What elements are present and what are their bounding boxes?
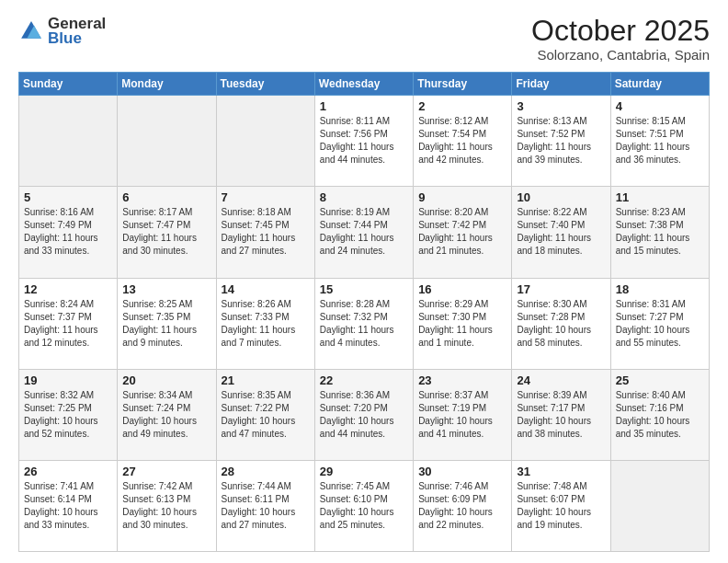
day-info: Sunrise: 7:46 AM Sunset: 6:09 PM Dayligh… (418, 480, 506, 532)
calendar-cell: 7Sunrise: 8:18 AM Sunset: 7:45 PM Daylig… (216, 187, 314, 278)
day-info: Sunrise: 8:40 AM Sunset: 7:16 PM Dayligh… (616, 389, 704, 441)
calendar-cell: 24Sunrise: 8:39 AM Sunset: 7:17 PM Dayli… (512, 369, 610, 460)
month-title: October 2025 (531, 15, 710, 47)
day-info: Sunrise: 8:37 AM Sunset: 7:19 PM Dayligh… (418, 389, 506, 441)
calendar-cell: 3Sunrise: 8:13 AM Sunset: 7:52 PM Daylig… (512, 96, 610, 187)
day-number: 19 (24, 373, 112, 387)
day-number: 6 (122, 190, 210, 204)
day-info: Sunrise: 8:18 AM Sunset: 7:45 PM Dayligh… (222, 206, 310, 258)
week-row-4: 19Sunrise: 8:32 AM Sunset: 7:25 PM Dayli… (19, 369, 710, 460)
day-info: Sunrise: 8:36 AM Sunset: 7:20 PM Dayligh… (320, 389, 408, 441)
day-number: 24 (517, 373, 605, 387)
day-info: Sunrise: 7:44 AM Sunset: 6:11 PM Dayligh… (222, 480, 310, 532)
day-info: Sunrise: 8:24 AM Sunset: 7:37 PM Dayligh… (24, 298, 112, 350)
calendar-cell: 15Sunrise: 8:28 AM Sunset: 7:32 PM Dayli… (314, 278, 413, 369)
calendar-cell: 6Sunrise: 8:17 AM Sunset: 7:47 PM Daylig… (118, 187, 216, 278)
day-info: Sunrise: 8:19 AM Sunset: 7:44 PM Dayligh… (320, 206, 408, 258)
calendar-cell: 18Sunrise: 8:31 AM Sunset: 7:27 PM Dayli… (610, 278, 709, 369)
day-info: Sunrise: 8:13 AM Sunset: 7:52 PM Dayligh… (517, 115, 605, 167)
day-number: 7 (222, 190, 310, 204)
calendar-cell: 4Sunrise: 8:15 AM Sunset: 7:51 PM Daylig… (610, 96, 709, 187)
calendar-cell: 27Sunrise: 7:42 AM Sunset: 6:13 PM Dayli… (118, 460, 216, 551)
day-number: 27 (122, 465, 210, 478)
week-row-3: 12Sunrise: 8:24 AM Sunset: 7:37 PM Dayli… (19, 278, 710, 369)
title-area: October 2025 Solorzano, Cantabria, Spain (531, 15, 710, 63)
calendar-cell: 10Sunrise: 8:22 AM Sunset: 7:40 PM Dayli… (512, 187, 610, 278)
day-number: 13 (122, 282, 210, 296)
calendar-cell: 26Sunrise: 7:41 AM Sunset: 6:14 PM Dayli… (19, 460, 118, 551)
day-info: Sunrise: 8:23 AM Sunset: 7:38 PM Dayligh… (616, 206, 704, 258)
calendar-cell: 22Sunrise: 8:36 AM Sunset: 7:20 PM Dayli… (314, 369, 413, 460)
day-header-tuesday: Tuesday (216, 73, 314, 96)
week-row-5: 26Sunrise: 7:41 AM Sunset: 6:14 PM Dayli… (19, 460, 710, 551)
day-info: Sunrise: 8:15 AM Sunset: 7:51 PM Dayligh… (616, 115, 704, 167)
calendar-cell: 31Sunrise: 7:48 AM Sunset: 6:07 PM Dayli… (512, 460, 610, 551)
day-number: 31 (517, 465, 605, 478)
day-header-friday: Friday (512, 73, 610, 96)
day-number: 22 (320, 373, 408, 387)
calendar-cell: 17Sunrise: 8:30 AM Sunset: 7:28 PM Dayli… (512, 278, 610, 369)
calendar-cell (610, 460, 709, 551)
day-number: 3 (517, 99, 605, 113)
day-number: 10 (517, 190, 605, 204)
day-number: 26 (24, 465, 112, 478)
calendar-cell: 14Sunrise: 8:26 AM Sunset: 7:33 PM Dayli… (216, 278, 314, 369)
calendar-cell: 29Sunrise: 7:45 AM Sunset: 6:10 PM Dayli… (314, 460, 413, 551)
day-info: Sunrise: 8:34 AM Sunset: 7:24 PM Dayligh… (122, 389, 210, 441)
day-number: 8 (320, 190, 408, 204)
calendar-cell: 16Sunrise: 8:29 AM Sunset: 7:30 PM Dayli… (414, 278, 512, 369)
logo-text: General Blue (48, 15, 106, 48)
calendar-cell: 2Sunrise: 8:12 AM Sunset: 7:54 PM Daylig… (414, 96, 512, 187)
day-info: Sunrise: 7:42 AM Sunset: 6:13 PM Dayligh… (122, 480, 210, 532)
day-info: Sunrise: 7:45 AM Sunset: 6:10 PM Dayligh… (320, 480, 408, 532)
day-info: Sunrise: 8:22 AM Sunset: 7:40 PM Dayligh… (517, 206, 605, 258)
calendar-cell: 28Sunrise: 7:44 AM Sunset: 6:11 PM Dayli… (216, 460, 314, 551)
day-header-saturday: Saturday (610, 73, 709, 96)
logo: General Blue (18, 15, 106, 48)
calendar-cell: 30Sunrise: 7:46 AM Sunset: 6:09 PM Dayli… (414, 460, 512, 551)
calendar-cell: 12Sunrise: 8:24 AM Sunset: 7:37 PM Dayli… (19, 278, 118, 369)
day-info: Sunrise: 8:17 AM Sunset: 7:47 PM Dayligh… (122, 206, 210, 258)
header: General Blue October 2025 Solorzano, Can… (18, 15, 710, 63)
day-info: Sunrise: 8:20 AM Sunset: 7:42 PM Dayligh… (418, 206, 506, 258)
day-number: 12 (24, 282, 112, 296)
calendar-cell: 9Sunrise: 8:20 AM Sunset: 7:42 PM Daylig… (414, 187, 512, 278)
day-info: Sunrise: 8:28 AM Sunset: 7:32 PM Dayligh… (320, 298, 408, 350)
calendar-header: SundayMondayTuesdayWednesdayThursdayFrid… (19, 73, 710, 96)
day-info: Sunrise: 8:31 AM Sunset: 7:27 PM Dayligh… (616, 298, 704, 350)
calendar-cell: 25Sunrise: 8:40 AM Sunset: 7:16 PM Dayli… (610, 369, 709, 460)
day-number: 28 (222, 465, 310, 478)
calendar-cell: 21Sunrise: 8:35 AM Sunset: 7:22 PM Dayli… (216, 369, 314, 460)
location-subtitle: Solorzano, Cantabria, Spain (531, 47, 710, 63)
day-header-thursday: Thursday (414, 73, 512, 96)
day-info: Sunrise: 8:39 AM Sunset: 7:17 PM Dayligh… (517, 389, 605, 441)
week-row-1: 1Sunrise: 8:11 AM Sunset: 7:56 PM Daylig… (19, 96, 710, 187)
day-info: Sunrise: 8:29 AM Sunset: 7:30 PM Dayligh… (418, 298, 506, 350)
calendar-cell: 20Sunrise: 8:34 AM Sunset: 7:24 PM Dayli… (118, 369, 216, 460)
days-header-row: SundayMondayTuesdayWednesdayThursdayFrid… (19, 73, 710, 96)
day-info: Sunrise: 8:16 AM Sunset: 7:49 PM Dayligh… (24, 206, 112, 258)
calendar-cell (118, 96, 216, 187)
calendar-cell: 1Sunrise: 8:11 AM Sunset: 7:56 PM Daylig… (314, 96, 413, 187)
day-info: Sunrise: 8:35 AM Sunset: 7:22 PM Dayligh… (222, 389, 310, 441)
day-info: Sunrise: 8:25 AM Sunset: 7:35 PM Dayligh… (122, 298, 210, 350)
day-number: 18 (616, 282, 704, 296)
day-number: 29 (320, 465, 408, 478)
day-number: 15 (320, 282, 408, 296)
day-number: 1 (320, 99, 408, 113)
day-info: Sunrise: 7:48 AM Sunset: 6:07 PM Dayligh… (517, 480, 605, 532)
day-header-monday: Monday (118, 73, 216, 96)
calendar-cell: 11Sunrise: 8:23 AM Sunset: 7:38 PM Dayli… (610, 187, 709, 278)
calendar-cell: 5Sunrise: 8:16 AM Sunset: 7:49 PM Daylig… (19, 187, 118, 278)
day-number: 4 (616, 99, 704, 113)
calendar-cell: 19Sunrise: 8:32 AM Sunset: 7:25 PM Dayli… (19, 369, 118, 460)
calendar-body: 1Sunrise: 8:11 AM Sunset: 7:56 PM Daylig… (19, 96, 710, 552)
day-info: Sunrise: 8:11 AM Sunset: 7:56 PM Dayligh… (320, 115, 408, 167)
day-number: 17 (517, 282, 605, 296)
logo-icon (18, 18, 44, 44)
day-header-sunday: Sunday (19, 73, 118, 96)
day-number: 25 (616, 373, 704, 387)
day-info: Sunrise: 7:41 AM Sunset: 6:14 PM Dayligh… (24, 480, 112, 532)
day-number: 23 (418, 373, 506, 387)
calendar-table: SundayMondayTuesdayWednesdayThursdayFrid… (18, 72, 710, 552)
